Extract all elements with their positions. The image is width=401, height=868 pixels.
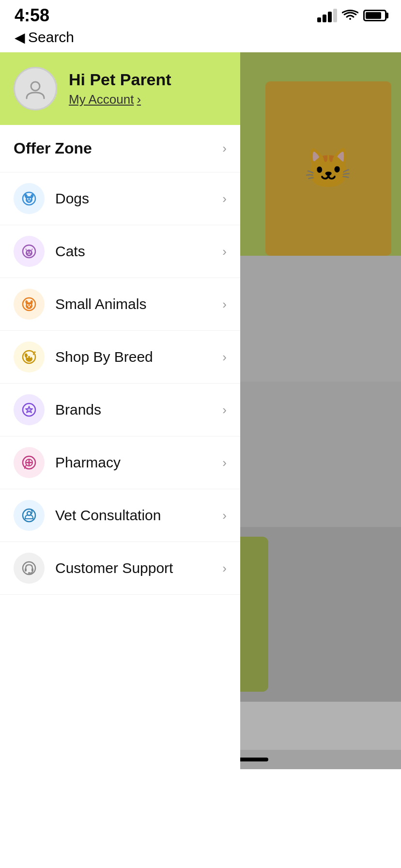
back-label: Search: [28, 29, 74, 46]
cats-chevron: ›: [222, 244, 227, 259]
svg-point-20: [30, 304, 31, 306]
battery-icon: [363, 10, 386, 21]
customer-support-chevron: ›: [222, 561, 227, 576]
wishlist-icon[interactable]: [343, 66, 359, 82]
svg-point-13: [27, 251, 29, 253]
small-animals-icon: [14, 289, 45, 320]
wifi-icon: [342, 9, 358, 22]
svg-point-28: [28, 408, 31, 411]
header-icons: 0: [313, 66, 389, 82]
svg-point-21: [28, 306, 30, 308]
drawer-menu: Dogs ›: [0, 172, 240, 595]
status-time: 4:58: [15, 5, 49, 26]
svg-line-1: [324, 77, 328, 81]
svg-point-36: [28, 572, 30, 574]
svg-point-8: [26, 196, 32, 203]
svg-point-3: [384, 78, 386, 80]
dogs-icon: [14, 183, 45, 214]
brands-chevron: ›: [222, 403, 227, 418]
svg-rect-34: [25, 568, 27, 572]
menu-item-shop-by-breed[interactable]: Shop By Breed ›: [0, 331, 240, 384]
svg-point-18: [26, 302, 32, 309]
cart-icon[interactable]: 0: [373, 66, 389, 82]
greeting-text: Hi Pet Parent: [69, 70, 171, 89]
shop-by-breed-chevron: ›: [222, 350, 227, 365]
my-account-chevron: ›: [137, 92, 141, 107]
menu-item-cats[interactable]: Cats ›: [0, 225, 240, 278]
my-account-link[interactable]: My Account ›: [69, 92, 171, 107]
bg-cat-image: 🐱: [265, 81, 391, 256]
pharmacy-label: Pharmacy: [55, 454, 121, 471]
signal-icon: [317, 9, 337, 22]
avatar: [14, 67, 57, 110]
drawer-greeting: Hi Pet Parent My Account ›: [69, 70, 171, 107]
back-arrow-icon: ◀: [15, 30, 25, 46]
drawer-header: Hi Pet Parent My Account ›: [0, 52, 240, 125]
svg-point-4: [31, 82, 40, 91]
customer-support-icon: [14, 553, 45, 584]
back-bar: ◀ Search: [0, 29, 401, 52]
brands-icon: [14, 394, 45, 425]
pharmacy-chevron: ›: [222, 455, 227, 470]
svg-point-10: [30, 198, 31, 200]
screen-wrapper: 🐕 supertails YOUR PET'S SUPER STORE: [0, 52, 401, 96]
menu-item-brands[interactable]: Brands ›: [0, 384, 240, 436]
shop-by-breed-label: Shop By Breed: [55, 349, 153, 365]
cart-badge: 0: [382, 62, 393, 74]
dogs-chevron: ›: [222, 191, 227, 206]
menu-item-customer-support[interactable]: Customer Support ›: [0, 542, 240, 595]
customer-support-label: Customer Support: [55, 560, 173, 576]
vet-consultation-label: Vet Consultation: [55, 507, 161, 524]
menu-item-vet-consultation[interactable]: Vet Consultation ›: [0, 489, 240, 542]
svg-point-9: [27, 198, 29, 200]
vet-consultation-icon: [14, 500, 45, 531]
small-animals-label: Small Animals: [55, 296, 146, 312]
svg-point-14: [30, 251, 31, 253]
status-bar: 4:58: [0, 0, 401, 29]
shop-by-breed-icon: [14, 341, 45, 372]
status-icons: [317, 9, 386, 22]
cats-icon: [14, 236, 45, 267]
back-search-link[interactable]: ◀ Search: [15, 29, 386, 46]
svg-point-26: [30, 356, 31, 358]
menu-item-dogs[interactable]: Dogs ›: [0, 172, 240, 225]
menu-item-small-animals[interactable]: Small Animals ›: [0, 278, 240, 331]
drawer-offer-zone[interactable]: Offer Zone ›: [0, 125, 240, 172]
offer-zone-chevron: ›: [222, 141, 227, 156]
svg-point-2: [378, 78, 381, 80]
svg-point-12: [26, 249, 32, 256]
vet-chevron: ›: [222, 508, 227, 523]
brands-label: Brands: [55, 402, 101, 418]
drawer: Hi Pet Parent My Account › Offer Zone ›: [0, 52, 240, 868]
cats-label: Cats: [55, 243, 85, 260]
dogs-label: Dogs: [55, 190, 89, 207]
pharmacy-icon: [14, 447, 45, 478]
menu-item-pharmacy[interactable]: Pharmacy ›: [0, 436, 240, 489]
search-icon[interactable]: [313, 66, 329, 82]
small-animals-chevron: ›: [222, 297, 227, 312]
svg-point-25: [27, 356, 29, 358]
offer-zone-label: Offer Zone: [14, 140, 92, 157]
my-account-label: My Account: [69, 92, 134, 107]
svg-point-19: [27, 304, 29, 306]
